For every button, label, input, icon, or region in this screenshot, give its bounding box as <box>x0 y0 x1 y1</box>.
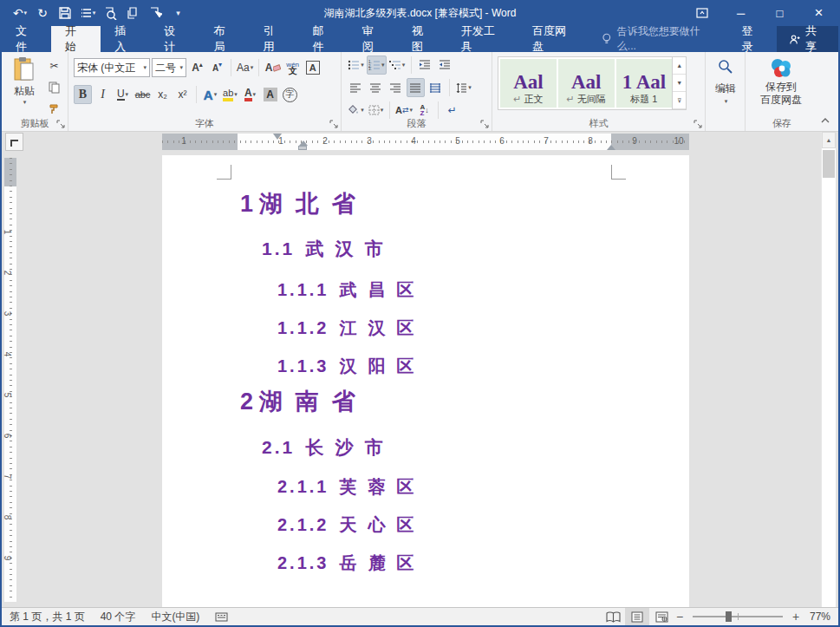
document-page[interactable]: 1湖 北 省 1.1武 汉 市 1.1.1武 昌 区 1.1.2江 汉 区 1.… <box>162 155 689 607</box>
heading-line[interactable]: 2.1长 沙 市 <box>262 435 387 460</box>
scrollbar-thumb[interactable] <box>823 150 835 178</box>
tab-insert[interactable]: 插入 <box>101 26 150 52</box>
styles-more-button[interactable]: ⊽ <box>673 92 686 109</box>
zoom-in-button[interactable]: + <box>790 610 802 624</box>
heading-line[interactable]: 2.1.1芙 蓉 区 <box>277 475 417 499</box>
heading-line[interactable]: 2.1.3岳 麓 区 <box>277 552 417 575</box>
phonetic-guide-button[interactable]: wén文 <box>283 58 302 77</box>
bullet-list-button[interactable]: ▾ <box>347 56 365 75</box>
distribute-button[interactable] <box>427 78 445 97</box>
styles-scroll-down-button[interactable]: ▼ <box>673 75 686 92</box>
maximize-button[interactable]: □ <box>760 0 799 26</box>
customize-qat-button[interactable]: ▾ <box>168 3 187 23</box>
heading-line[interactable]: 2湖 南 省 <box>240 386 359 417</box>
character-shading-button[interactable]: A <box>261 85 279 104</box>
word-count[interactable]: 40 个字 <box>93 608 144 625</box>
redo-button[interactable]: ↻ <box>33 3 52 23</box>
heading-line[interactable]: 1.1武 汉 市 <box>262 237 387 261</box>
styles-dialog-launcher[interactable] <box>693 119 703 129</box>
close-button[interactable]: × <box>799 0 838 26</box>
format-painter-button[interactable] <box>45 100 63 119</box>
heading-line[interactable]: 1.1.3汉 阳 区 <box>277 355 417 378</box>
zoom-out-button[interactable]: − <box>674 610 686 624</box>
save-button[interactable] <box>55 3 75 23</box>
enclose-characters-button[interactable]: 字 <box>281 85 299 104</box>
pointer-mode-button[interactable] <box>146 3 165 23</box>
clear-formatting-button[interactable]: A <box>264 58 282 77</box>
decrease-indent-button[interactable] <box>416 56 434 75</box>
heading-line[interactable]: 1.1.2江 汉 区 <box>277 317 417 340</box>
style-normal[interactable]: Aal ↵ 正文 <box>500 59 557 108</box>
shrink-font-button[interactable]: A▾ <box>208 58 226 77</box>
tab-stop-selector[interactable] <box>5 133 23 151</box>
copy-button[interactable] <box>45 78 63 97</box>
character-border-button[interactable]: A <box>303 58 322 77</box>
justify-button[interactable] <box>407 78 425 97</box>
first-line-indent-marker[interactable] <box>273 134 282 140</box>
editing-button[interactable]: 编辑 ▾ <box>710 56 741 105</box>
line-spacing-button[interactable]: ▾ <box>454 78 472 97</box>
heading-line[interactable]: 2.1.2天 心 区 <box>277 513 417 537</box>
tab-design[interactable]: 设计 <box>150 26 199 52</box>
macro-record-button[interactable] <box>207 608 236 625</box>
tab-baidu-netdisk[interactable]: 百度网盘 <box>518 26 589 52</box>
tab-review[interactable]: 审阅 <box>348 26 398 52</box>
font-size-combo[interactable]: 二号▾ <box>152 58 186 77</box>
tab-file[interactable]: 文件 <box>2 26 51 52</box>
font-name-combo[interactable]: 宋体 (中文正▾ <box>74 58 150 77</box>
collapse-ribbon-button[interactable] <box>817 114 833 127</box>
italic-button[interactable]: I <box>94 85 112 104</box>
web-layout-button[interactable] <box>649 608 674 625</box>
underline-button[interactable]: U▾ <box>114 85 132 104</box>
zoom-slider[interactable] <box>693 616 783 617</box>
highlight-color-button[interactable]: ab▾ <box>221 85 239 104</box>
bold-button[interactable]: B <box>74 85 92 104</box>
quick-print-button[interactable] <box>123 3 142 23</box>
multilevel-list-button[interactable]: ▾ <box>388 56 407 75</box>
scroll-up-button[interactable]: ▲ <box>822 132 836 148</box>
strikethrough-button[interactable]: abc <box>133 85 152 104</box>
font-color-button[interactable]: A▾ <box>241 85 259 104</box>
tab-developer[interactable]: 开发工具 <box>447 26 518 52</box>
right-indent-marker[interactable] <box>607 145 615 150</box>
text-effects-button[interactable]: A▾ <box>201 85 219 104</box>
page-indicator[interactable]: 第 1 页，共 1 页 <box>2 608 93 625</box>
grow-font-button[interactable]: A▴ <box>188 58 206 77</box>
print-preview-button[interactable] <box>101 3 120 23</box>
heading-line[interactable]: 1湖 北 省 <box>240 188 359 219</box>
minimize-button[interactable]: ─ <box>721 0 760 26</box>
tab-mailings[interactable]: 邮件 <box>299 26 348 52</box>
paragraph-dialog-launcher[interactable] <box>479 119 490 129</box>
vertical-ruler[interactable]: 1 2 3 4 5 6 7 8 9 <box>4 158 16 602</box>
save-to-baidu-button[interactable]: 保存到 百度网盘 <box>752 56 810 106</box>
align-left-button[interactable] <box>347 78 365 97</box>
align-right-button[interactable] <box>387 78 405 97</box>
language-indicator[interactable]: 中文(中国) <box>143 608 207 625</box>
change-case-button[interactable]: Aa▾ <box>236 58 254 77</box>
subscript-button[interactable]: x₂ <box>153 85 172 104</box>
style-no-spacing[interactable]: Aal ↵ 无间隔 <box>558 59 615 108</box>
paste-button[interactable]: 粘贴 ▾ <box>7 56 42 112</box>
style-heading-1[interactable]: 1 Aal 标题 1 <box>616 59 673 108</box>
tab-view[interactable]: 视图 <box>398 26 447 52</box>
sign-in-button[interactable]: 登录 <box>728 26 777 52</box>
clipboard-dialog-launcher[interactable] <box>55 119 66 129</box>
tell-me-box[interactable]: 告诉我您想要做什么... <box>589 26 727 52</box>
styles-scroll-up-button[interactable]: ▲ <box>673 57 686 75</box>
horizontal-ruler[interactable]: 1 1 2 3 4 5 6 7 8 9 10 <box>162 134 689 150</box>
read-mode-button[interactable] <box>601 608 625 625</box>
ribbon-display-options-button[interactable] <box>682 0 721 26</box>
tab-home[interactable]: 开始 <box>51 26 101 52</box>
zoom-slider-thumb[interactable] <box>726 611 732 622</box>
share-button[interactable]: 共享 <box>777 26 838 52</box>
list-paragraph-button[interactable]: ▾ <box>78 3 97 23</box>
numbered-list-button[interactable]: 1.2.3.▾ <box>367 56 387 75</box>
align-center-button[interactable] <box>367 78 385 97</box>
undo-button[interactable]: ↶▾ <box>10 3 29 23</box>
left-indent-marker[interactable] <box>298 146 307 150</box>
font-dialog-launcher[interactable] <box>329 119 339 129</box>
tab-layout[interactable]: 布局 <box>199 26 249 52</box>
increase-indent-button[interactable] <box>436 56 454 75</box>
cut-button[interactable]: ✂ <box>45 56 63 75</box>
vertical-scrollbar[interactable]: ▲ <box>821 132 836 607</box>
